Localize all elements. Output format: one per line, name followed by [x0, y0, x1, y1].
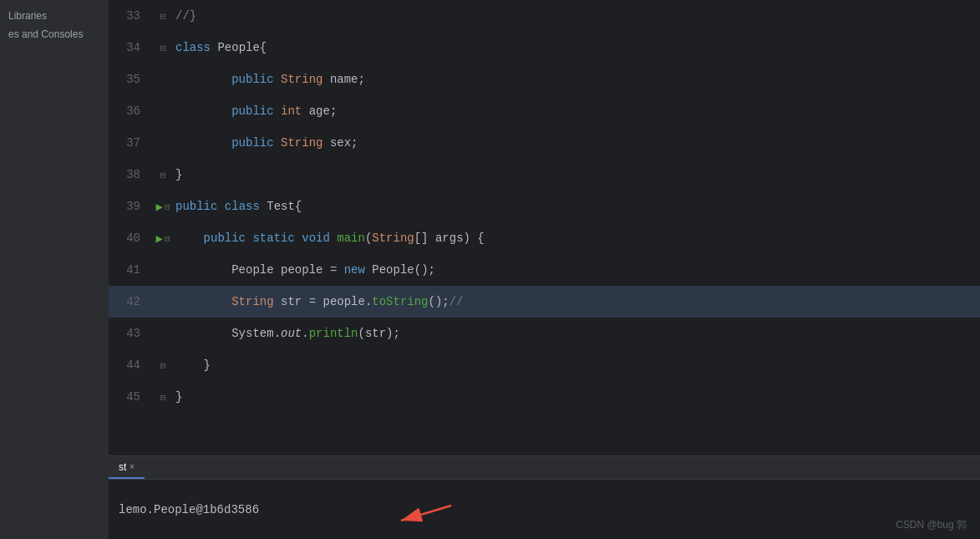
line-number-41: 41: [109, 263, 150, 277]
console-area: st × lemo.People@1b6d3586 CSDN @bug 郭: [109, 455, 980, 539]
fold-icon-34[interactable]: ⊟: [160, 43, 166, 53]
line-number-42: 42: [109, 295, 150, 308]
code-content-35: public String name;: [175, 64, 980, 95]
code-line-42: 42 String str = people.toString();//: [109, 286, 980, 318]
gutter-45[interactable]: ⊟: [150, 392, 175, 403]
fold-icon-33[interactable]: ⊟: [160, 11, 166, 22]
line-number-44: 44: [109, 358, 150, 372]
fold-icon-40[interactable]: ⊟: [165, 233, 170, 244]
watermark-text: CSDN @bug 郭: [896, 518, 967, 532]
code-line-45: 45 ⊟ }: [109, 381, 980, 413]
console-tabs: st ×: [109, 456, 980, 480]
code-line-41: 41 People people = new People();: [109, 254, 980, 286]
code-content-36: public int age;: [175, 95, 980, 127]
fold-icon-44[interactable]: ⊟: [160, 360, 166, 371]
line-number-38: 38: [109, 168, 150, 181]
sidebar-item-consoles[interactable]: es and Consoles: [0, 25, 109, 43]
fold-icon-39[interactable]: ⊟: [165, 201, 170, 212]
code-line-40: 40 ▶ ⊟ public static void main(String[] …: [109, 222, 980, 254]
code-line-34: 34 ⊟ class People{: [109, 32, 980, 64]
main-area: Libraries es and Consoles 33 ⊟ //} 34 ⊟: [0, 0, 980, 539]
line-number-40: 40: [109, 231, 150, 245]
line-number-34: 34: [109, 41, 150, 54]
code-line-37: 37 public String sex;: [109, 127, 980, 159]
code-content-41: People people = new People();: [175, 254, 980, 286]
code-content-39: public class Test{: [175, 191, 980, 222]
console-output-text: lemo.People@1b6d3586: [119, 503, 259, 516]
console-output: lemo.People@1b6d3586 CSDN @bug 郭: [109, 480, 980, 539]
sidebar: Libraries es and Consoles: [0, 0, 109, 539]
code-content-44: }: [175, 349, 980, 381]
fold-icon-38[interactable]: ⊟: [160, 170, 166, 181]
gutter-44[interactable]: ⊟: [150, 360, 175, 371]
line-number-39: 39: [109, 200, 150, 213]
run-arrow-40[interactable]: ▶: [155, 231, 162, 246]
run-arrow-39[interactable]: ▶: [155, 200, 162, 214]
gutter-34[interactable]: ⊟: [150, 43, 175, 53]
line-number-37: 37: [109, 136, 150, 150]
line-number-35: 35: [109, 73, 150, 86]
code-content-34: class People{: [175, 32, 980, 64]
gutter-33[interactable]: ⊟: [150, 11, 175, 22]
editor-area: 33 ⊟ //} 34 ⊟ class People{ 35 public St…: [109, 0, 980, 539]
gutter-38[interactable]: ⊟: [150, 170, 175, 181]
svg-line-1: [401, 506, 451, 521]
code-content-40: public static void main(String[] args) {: [175, 222, 980, 254]
fold-icon-45[interactable]: ⊟: [160, 392, 166, 403]
line-number-43: 43: [109, 327, 150, 340]
code-content-42: String str = people.toString();//: [175, 286, 980, 318]
line-number-45: 45: [109, 390, 150, 404]
console-tab-label: st: [119, 461, 126, 473]
code-line-38: 38 ⊟ }: [109, 159, 980, 191]
code-line-36: 36 public int age;: [109, 95, 980, 127]
code-content-45: }: [175, 381, 980, 413]
code-line-43: 43 System.out.println(str);: [109, 318, 980, 349]
line-number-36: 36: [109, 104, 150, 118]
code-content-43: System.out.println(str);: [175, 318, 980, 349]
code-content-38: }: [175, 159, 980, 191]
code-content-33: //}: [175, 0, 980, 32]
code-content-37: public String sex;: [175, 127, 980, 159]
console-tab-close[interactable]: ×: [129, 462, 135, 471]
sidebar-item-libraries[interactable]: Libraries: [0, 7, 109, 25]
code-container: 33 ⊟ //} 34 ⊟ class People{ 35 public St…: [109, 0, 980, 455]
gutter-39[interactable]: ▶ ⊟: [150, 200, 175, 214]
code-line-33: 33 ⊟ //}: [109, 0, 980, 32]
code-line-35: 35 public String name;: [109, 64, 980, 95]
gutter-40[interactable]: ▶ ⊟: [150, 231, 175, 246]
line-number-33: 33: [109, 9, 150, 23]
code-line-44: 44 ⊟ }: [109, 349, 980, 381]
console-tab-run[interactable]: st ×: [109, 456, 145, 479]
code-line-39: 39 ▶ ⊟ public class Test{: [109, 191, 980, 222]
